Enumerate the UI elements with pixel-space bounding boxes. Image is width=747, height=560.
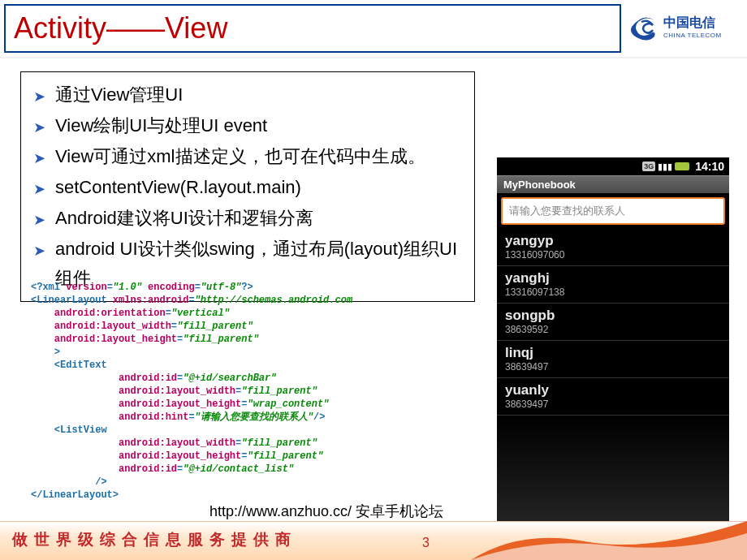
bullet-arrow-icon: ➤ [33,144,45,173]
contact-name: songpb [505,308,721,324]
slide-title: Activity——View [14,11,227,45]
china-telecom-logo: 中国电信 CHINA TELECOM [627,6,741,47]
bullet-text: Android建议将UI设计和逻辑分离 [55,204,313,233]
phone-app-title: MyPhonebook [497,175,729,193]
status-time: 14:10 [695,160,724,173]
logo-swirl-icon [627,11,659,43]
phone-screenshot: 3G ▮▮▮ 14:10 MyPhonebook 请输入您要查找的联系人 yan… [497,157,729,521]
signal-icon: ▮▮▮ [658,162,672,172]
code-val: "utf-8" [201,282,241,293]
bullet-arrow-icon: ➤ [33,236,45,265]
footer-url: http://www.anzhuo.cc/ 安卓手机论坛 [209,502,443,521]
code-val: "wrap_content" [247,398,329,410]
title-box: Activity——View [4,4,621,53]
contact-name: yangyp [505,233,721,249]
contact-name: linqj [505,345,721,361]
bullet-arrow-icon: ➤ [33,205,45,235]
contact-number: 38639497 [505,361,721,373]
bullet-arrow-icon: ➤ [33,113,45,142]
code-val: "@+id/searchBar" [183,373,276,384]
page-number: 3 [422,536,430,550]
bullet-text: View绘制UI与处理UI event [55,111,267,140]
bullet-text: 通过View管理UI [55,80,183,110]
code-val: "vertical" [171,308,230,319]
bullet-item: ➤View绘制UI与处理UI event [33,111,462,142]
contact-number: 13316097060 [505,249,721,261]
xml-code-block: <?xml version="1.0" encoding="utf-8"?> <… [31,281,388,502]
bullet-item: ➤Android建议将UI设计和逻辑分离 [33,204,462,235]
bullet-item: ➤通过View管理UI [33,80,462,111]
code-val: "请输入您要查找的联系人" [195,411,313,423]
bullet-arrow-icon: ➤ [33,82,45,111]
code-val: "@+id/contact_list" [183,463,294,475]
code-val: "1.0" [113,282,142,293]
code-val: "fill_parent" [247,450,323,462]
contact-number: 38639497 [505,398,721,410]
code-val: "fill_parent" [183,334,259,345]
network-3g-icon: 3G [642,162,655,171]
phone-search-input[interactable]: 请输入您要查找的联系人 [501,197,725,225]
phone-status-bar: 3G ▮▮▮ 14:10 [497,157,729,175]
contact-row[interactable]: linqj 38639497 [497,341,729,378]
code-val: "fill_parent" [177,321,253,332]
footer-slogan: 做世界级综合信息服务提供商 [12,529,297,550]
code-val: "fill_parent" [241,386,317,397]
bullet-item: ➤setContentView(R.layout.main) [33,173,462,204]
logo-text-en: CHINA TELECOM [663,32,722,39]
header-divider [0,57,747,58]
contact-name: yanghj [505,270,721,286]
contact-row[interactable]: songpb 38639592 [497,304,729,341]
bullet-text: View可通过xml描述定义，也可在代码中生成。 [55,142,425,171]
contact-name: yuanly [505,382,721,398]
bullets-box: ➤通过View管理UI ➤View绘制UI与处理UI event ➤View可通… [20,71,475,302]
logo-text-cn: 中国电信 [663,15,722,32]
contact-row[interactable]: yuanly 38639497 [497,378,729,416]
bullet-item: ➤View可通过xml描述定义，也可在代码中生成。 [33,142,462,173]
bullet-arrow-icon: ➤ [33,174,45,204]
contact-number: 13316097138 [505,286,721,298]
contact-row[interactable]: yanghj 13316097138 [497,266,729,304]
contact-number: 38639592 [505,324,721,335]
phone-contact-list[interactable]: yangyp 13316097060 yanghj 13316097138 so… [497,229,729,521]
footer-swoosh-icon [471,521,747,560]
bullet-text: setContentView(R.layout.main) [55,173,301,202]
code-val: "fill_parent" [241,437,317,449]
battery-icon [675,162,689,170]
contact-row[interactable]: yangyp 13316097060 [497,229,729,266]
code-val: "http://schemas.android.com [195,295,352,306]
list-empty-space [497,416,729,521]
